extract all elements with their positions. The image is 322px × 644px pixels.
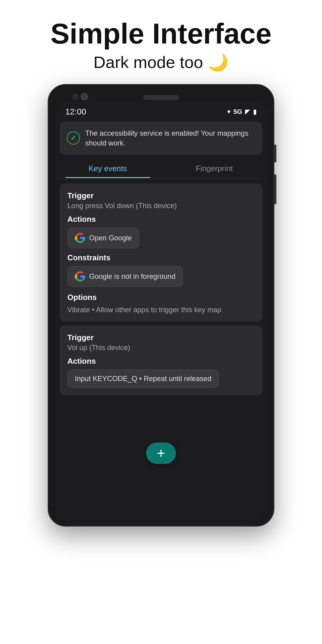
- constraint-button-1[interactable]: Google is not in foreground: [67, 266, 183, 287]
- page-header: Simple Interface Dark mode too 🌙: [38, 0, 284, 84]
- phone-speaker: [143, 95, 179, 100]
- fab-container: +: [55, 436, 267, 473]
- tab-bar: Key events Fingerprint: [55, 157, 267, 178]
- front-camera-right: [81, 93, 88, 100]
- tab-key-events[interactable]: Key events: [55, 157, 161, 178]
- volume-down-button[interactable]: [274, 174, 276, 204]
- add-icon: +: [157, 446, 165, 460]
- constraint-button-label-1: Google is not in foreground: [89, 272, 176, 281]
- options-label-1: Options: [67, 293, 255, 302]
- action-button-label-1: Open Google: [89, 234, 132, 242]
- accessibility-notification: The accessibility service is enabled! Yo…: [60, 122, 262, 154]
- network-label: 5G: [233, 108, 242, 116]
- bottom-spacer: [55, 401, 267, 436]
- signal-icon: ◤: [245, 108, 250, 116]
- moon-emoji: 🌙: [208, 53, 228, 72]
- phone-top-bar: [55, 91, 267, 102]
- page-title: Simple Interface: [50, 18, 272, 49]
- page-subtitle: Dark mode too 🌙: [50, 52, 272, 72]
- tab-fingerprint[interactable]: Fingerprint: [161, 157, 267, 178]
- trigger-value-1: Long press Vol down (This device): [67, 202, 255, 210]
- notification-text: The accessibility service is enabled! Yo…: [85, 128, 255, 148]
- action-button-2[interactable]: Input KEYCODE_Q • Repeat until released: [67, 369, 219, 388]
- action-button-label-2: Input KEYCODE_Q • Repeat until released: [75, 374, 211, 383]
- trigger-label-2: Trigger: [67, 333, 255, 342]
- trigger-value-2: Vol up (This device): [67, 343, 255, 352]
- options-value-1: Vibrate • Allow other apps to trigger th…: [67, 306, 255, 314]
- content-area: Trigger Long press Vol down (This device…: [55, 178, 267, 401]
- check-icon: [67, 131, 80, 145]
- front-camera-left: [72, 94, 78, 100]
- status-icons: ▾ 5G ◤ ▮: [227, 108, 257, 116]
- actions-label-2: Actions: [67, 357, 255, 366]
- status-time: 12:00: [65, 107, 86, 117]
- phone-frame: 12:00 ▾ 5G ◤ ▮ The accessibility service…: [48, 84, 274, 527]
- actions-label-1: Actions: [67, 215, 255, 224]
- mapping-card-2[interactable]: Trigger Vol up (This device) Actions Inp…: [60, 326, 262, 395]
- constraints-label-1: Constraints: [67, 253, 255, 262]
- action-button-1[interactable]: Open Google: [67, 227, 139, 248]
- google-icon-action: [75, 233, 86, 243]
- phone-screen: 12:00 ▾ 5G ◤ ▮ The accessibility service…: [55, 102, 267, 520]
- mapping-card-1[interactable]: Trigger Long press Vol down (This device…: [60, 184, 262, 321]
- battery-icon: ▮: [253, 108, 257, 116]
- volume-up-button[interactable]: [274, 145, 276, 162]
- trigger-label-1: Trigger: [67, 191, 255, 200]
- status-bar: 12:00 ▾ 5G ◤ ▮: [55, 102, 267, 119]
- add-mapping-fab[interactable]: +: [146, 442, 176, 464]
- wifi-icon: ▾: [227, 108, 230, 116]
- google-icon-constraint: [75, 271, 86, 282]
